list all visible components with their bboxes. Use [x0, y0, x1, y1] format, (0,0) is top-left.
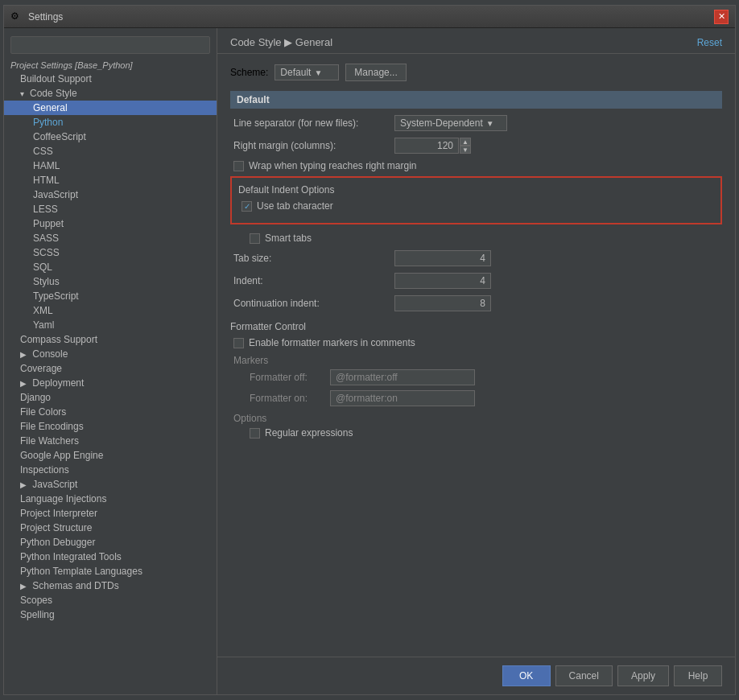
sidebar-item-sql[interactable]: SQL: [4, 260, 217, 274]
sidebar-item-typescript[interactable]: TypeScript: [4, 289, 217, 303]
line-sep-dropdown-arrow: ▼: [486, 119, 494, 128]
wrap-checkbox[interactable]: [233, 161, 244, 171]
smart-tabs-checkbox[interactable]: [250, 233, 260, 244]
app-icon: ⚙: [10, 10, 23, 23]
search-input[interactable]: [10, 36, 210, 54]
sidebar-item-file-watchers[interactable]: File Watchers: [4, 434, 217, 448]
sidebar-item-less[interactable]: LESS: [4, 202, 217, 216]
close-button[interactable]: ✕: [714, 10, 729, 24]
console-arrow: ▶: [20, 350, 30, 359]
sidebar-item-django[interactable]: Django: [4, 390, 217, 405]
markers-label: Markers: [233, 355, 719, 366]
sidebar-item-project-interpreter[interactable]: Project Interpreter: [4, 506, 217, 521]
scheme-label: Scheme:: [230, 67, 268, 78]
sidebar-item-file-colors[interactable]: File Colors: [4, 405, 217, 419]
cancel-button[interactable]: Cancel: [555, 665, 613, 686]
manage-button[interactable]: Manage...: [345, 64, 406, 81]
line-separator-dropdown[interactable]: System-Dependent ▼: [394, 115, 507, 131]
sidebar-item-coffeescript[interactable]: CoffeeScript: [4, 130, 217, 144]
scheme-dropdown-arrow: ▼: [314, 68, 322, 77]
line-separator-row: Line separator (for new files): System-D…: [230, 115, 722, 131]
indent-section: Default Indent Options ✓ Use tab charact…: [230, 176, 722, 224]
right-margin-down[interactable]: ▼: [460, 146, 471, 154]
sidebar-item-buildout[interactable]: Buildout Support: [4, 72, 217, 86]
line-separator-value: System-Dependent: [400, 117, 483, 129]
code-style-arrow: ▾: [20, 89, 30, 98]
sidebar-item-scopes[interactable]: Scopes: [4, 593, 217, 607]
sidebar-item-console[interactable]: ▶ Console: [4, 347, 217, 361]
apply-button[interactable]: Apply: [617, 665, 669, 686]
content-header: Code Style ▶ General Reset: [217, 28, 735, 54]
tab-size-input[interactable]: [394, 250, 491, 266]
use-tab-row[interactable]: ✓ Use tab character: [238, 200, 714, 212]
formatter-on-label: Formatter on:: [233, 393, 330, 404]
tab-size-label: Tab size:: [233, 253, 394, 264]
indent-section-title: Default Indent Options: [238, 184, 714, 196]
regex-row[interactable]: Regular expressions: [230, 427, 722, 439]
ok-button[interactable]: OK: [502, 665, 551, 686]
sidebar-item-coverage[interactable]: Coverage: [4, 361, 217, 376]
sidebar-item-language-injections[interactable]: Language Injections: [4, 492, 217, 506]
formatter-off-label: Formatter off:: [233, 372, 330, 383]
sidebar-item-deployment[interactable]: ▶ Deployment: [4, 376, 217, 390]
help-button[interactable]: Help: [674, 665, 722, 686]
scheme-dropdown[interactable]: Default ▼: [275, 64, 339, 80]
sidebar-item-yaml[interactable]: Yaml: [4, 318, 217, 332]
continuation-input[interactable]: [394, 295, 491, 311]
regex-checkbox[interactable]: [250, 428, 260, 439]
sidebar-item-scss[interactable]: SCSS: [4, 245, 217, 260]
sidebar-item-google-app-engine[interactable]: Google App Engine: [4, 448, 217, 463]
formatter-off-input[interactable]: [330, 369, 475, 385]
search-bar: [4, 31, 217, 59]
formatter-on-row: Formatter on:: [230, 390, 722, 406]
tab-size-row: Tab size:: [230, 250, 722, 266]
use-tab-checkbox[interactable]: ✓: [242, 201, 252, 212]
sidebar-item-javascript[interactable]: JavaScript: [4, 187, 217, 202]
sidebar-item-python[interactable]: Python: [4, 115, 217, 130]
formatter-off-row: Formatter off:: [230, 369, 722, 385]
sidebar-item-stylus[interactable]: Stylus: [4, 274, 217, 289]
smart-tabs-label: Smart tabs: [265, 233, 312, 244]
sidebar-item-spelling[interactable]: Spelling: [4, 607, 217, 622]
title-bar: ⚙ Settings ✕: [4, 6, 735, 28]
regex-label: Regular expressions: [265, 427, 353, 439]
sidebar-item-python-debugger[interactable]: Python Debugger: [4, 535, 217, 550]
right-margin-up[interactable]: ▲: [460, 138, 471, 146]
right-margin-input[interactable]: [394, 138, 459, 154]
sidebar-item-file-encodings[interactable]: File Encodings: [4, 419, 217, 434]
smart-tabs-row[interactable]: Smart tabs: [230, 233, 722, 244]
sidebar-item-python-integrated-tools[interactable]: Python Integrated Tools: [4, 550, 217, 564]
sidebar-item-python-template-languages[interactable]: Python Template Languages: [4, 564, 217, 579]
sidebar-item-general[interactable]: General: [4, 101, 217, 115]
window-title: Settings: [28, 11, 714, 23]
formatter-title: Formatter Control: [230, 321, 722, 332]
sidebar-item-schemas-dtds[interactable]: ▶ Schemas and DTDs: [4, 579, 217, 593]
sidebar-item-project-settings[interactable]: Project Settings [Base_Python]: [4, 59, 217, 72]
formatter-enable-checkbox[interactable]: [233, 338, 244, 348]
sidebar-item-html[interactable]: HTML: [4, 173, 217, 187]
sidebar-item-compass[interactable]: Compass Support: [4, 332, 217, 347]
sidebar-item-haml[interactable]: HAML: [4, 159, 217, 173]
sidebar-item-inspections[interactable]: Inspections: [4, 463, 217, 477]
formatter-enable-row[interactable]: Enable formatter markers in comments: [230, 337, 722, 348]
deployment-arrow: ▶: [20, 379, 30, 388]
formatter-on-input[interactable]: [330, 390, 475, 406]
use-tab-label: Use tab character: [257, 200, 333, 212]
line-separator-label: Line separator (for new files):: [233, 117, 394, 129]
continuation-label: Continuation indent:: [233, 298, 394, 309]
sidebar-item-sass[interactable]: SASS: [4, 231, 217, 245]
indent-input[interactable]: [394, 273, 491, 289]
sidebar-item-css[interactable]: CSS: [4, 144, 217, 159]
sidebar-item-xml[interactable]: XML: [4, 303, 217, 318]
sidebar-item-code-style[interactable]: ▾ Code Style: [4, 86, 217, 101]
right-margin-label: Right margin (columns):: [233, 140, 394, 151]
content-area: Code Style ▶ General Reset Scheme: Defau…: [217, 28, 735, 694]
schemas-arrow: ▶: [20, 582, 30, 591]
options-label: Options: [233, 413, 719, 424]
wrap-checkbox-row[interactable]: Wrap when typing reaches right margin: [230, 160, 722, 171]
sidebar-item-javascript2[interactable]: ▶ JavaScript: [4, 477, 217, 492]
sidebar-item-puppet[interactable]: Puppet: [4, 216, 217, 231]
content-panel: Scheme: Default ▼ Manage... Default Line…: [217, 54, 735, 657]
sidebar-item-project-structure[interactable]: Project Structure: [4, 521, 217, 535]
reset-button[interactable]: Reset: [697, 37, 722, 48]
